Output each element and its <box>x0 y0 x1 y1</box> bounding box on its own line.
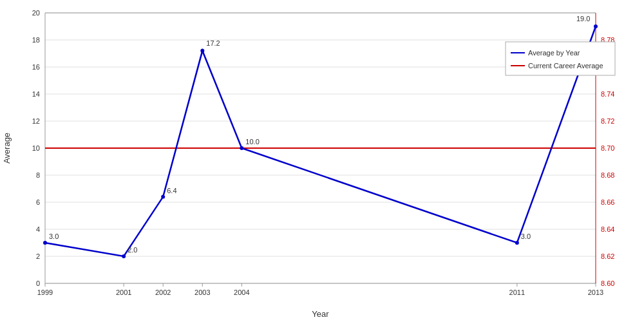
svg-text:8.62: 8.62 <box>601 252 614 260</box>
svg-text:8.74: 8.74 <box>601 90 614 98</box>
svg-text:2011: 2011 <box>509 289 525 296</box>
svg-text:16: 16 <box>32 63 40 71</box>
svg-point-61 <box>240 146 243 150</box>
svg-point-55 <box>122 254 126 258</box>
svg-text:14: 14 <box>32 90 40 98</box>
chart-container: 024681012141618208.608.628.648.668.688.7… <box>0 0 644 322</box>
chart-svg: 024681012141618208.608.628.648.668.688.7… <box>0 0 644 322</box>
svg-text:4: 4 <box>36 225 40 233</box>
svg-text:3.0: 3.0 <box>521 232 531 240</box>
svg-text:Current Career Average: Current Career Average <box>528 62 603 70</box>
svg-text:6.4: 6.4 <box>167 187 176 194</box>
svg-text:0: 0 <box>36 279 40 287</box>
svg-text:1999: 1999 <box>37 289 53 296</box>
svg-text:Year: Year <box>312 309 329 319</box>
svg-text:19.0: 19.0 <box>576 15 590 23</box>
svg-text:Average by Year: Average by Year <box>528 49 580 57</box>
svg-text:2003: 2003 <box>194 289 210 296</box>
svg-point-53 <box>43 241 47 245</box>
svg-text:8.60: 8.60 <box>601 279 614 287</box>
svg-point-63 <box>515 241 519 245</box>
svg-text:17.2: 17.2 <box>206 39 220 47</box>
svg-text:8.66: 8.66 <box>601 198 614 206</box>
svg-text:2001: 2001 <box>116 289 131 296</box>
svg-text:18: 18 <box>32 36 40 44</box>
svg-text:10: 10 <box>32 144 40 152</box>
svg-text:8.72: 8.72 <box>601 117 614 125</box>
svg-text:2.0: 2.0 <box>128 246 137 254</box>
svg-text:2004: 2004 <box>234 289 249 296</box>
svg-text:2002: 2002 <box>155 289 171 296</box>
svg-rect-67 <box>506 42 615 75</box>
svg-text:2013: 2013 <box>588 289 603 296</box>
svg-text:8.70: 8.70 <box>601 144 614 152</box>
svg-point-57 <box>161 195 165 199</box>
svg-text:6: 6 <box>36 198 40 206</box>
svg-text:8.64: 8.64 <box>601 225 614 233</box>
svg-text:8.68: 8.68 <box>601 171 614 179</box>
svg-text:Average: Average <box>2 133 12 164</box>
svg-text:3.0: 3.0 <box>49 232 59 240</box>
svg-text:10.0: 10.0 <box>245 138 259 146</box>
svg-text:20: 20 <box>32 9 40 17</box>
svg-point-65 <box>594 24 598 28</box>
svg-point-59 <box>200 49 204 53</box>
svg-text:8: 8 <box>36 171 40 179</box>
svg-text:12: 12 <box>32 117 40 125</box>
svg-text:2: 2 <box>36 252 40 260</box>
